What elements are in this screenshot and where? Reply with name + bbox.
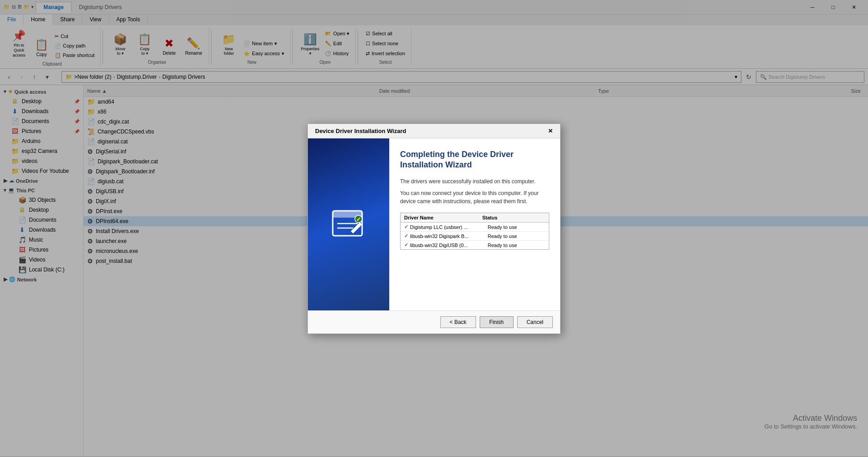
driver-row-3: ✓ libusb-win32 DigiUSB (0... Ready to us…	[401, 241, 549, 249]
scrollbar-placeholder	[538, 215, 545, 220]
finish-button[interactable]: Finish	[480, 316, 514, 328]
driver-status-2: Ready to use	[488, 233, 545, 239]
driver-name-2: libusb-win32 Digispark B...	[410, 233, 488, 239]
driver-table-header: Driver Name Status	[401, 213, 549, 223]
dialog-close-button[interactable]: ✕	[548, 128, 553, 134]
dialog-main: Completing the Device Driver Installatio…	[389, 138, 560, 310]
check-icon-2: ✓	[404, 233, 408, 239]
dialog-footer: < Back Finish Cancel	[308, 310, 560, 333]
driver-table-wrapper: Driver Name Status ✓ Digistump LLC (usbs…	[400, 213, 549, 250]
check-icon-3: ✓	[404, 242, 408, 248]
driver-col-status-header: Status	[482, 215, 538, 220]
dialog: Device Driver Installation Wizard ✕ ✓ Co…	[307, 124, 561, 334]
dialog-title-text: Device Driver Installation Wizard	[315, 128, 406, 134]
driver-table-section: Driver Name Status ✓ Digistump LLC (usbs…	[400, 213, 549, 250]
driver-status-3: Ready to use	[488, 243, 545, 248]
dialog-body1: The drivers were successfully installed …	[400, 177, 549, 186]
svg-text:✓: ✓	[356, 216, 361, 223]
dialog-overlay: Device Driver Installation Wizard ✕ ✓ Co…	[0, 0, 868, 457]
wizard-icon: ✓	[326, 202, 371, 247]
driver-status-1: Ready to use	[488, 224, 545, 230]
cancel-button[interactable]: Cancel	[517, 316, 553, 328]
check-icon-1: ✓	[404, 224, 408, 230]
driver-row-2: ✓ libusb-win32 Digispark B... Ready to u…	[401, 232, 549, 241]
driver-row-1: ✓ Digistump LLC (usbser) ... Ready to us…	[401, 223, 549, 232]
driver-name-1: Digistump LLC (usbser) ...	[410, 224, 488, 230]
dialog-body: ✓ Completing the Device Driver Installat…	[308, 138, 560, 310]
driver-col-name-header: Driver Name	[404, 215, 482, 220]
dialog-title-bar: Device Driver Installation Wizard ✕	[308, 124, 560, 138]
back-button[interactable]: < Back	[440, 316, 476, 328]
driver-name-3: libusb-win32 DigiUSB (0...	[410, 243, 488, 248]
dialog-body2: You can now connect your device to this …	[400, 189, 549, 205]
dialog-sidebar: ✓	[308, 138, 389, 310]
dialog-heading: Completing the Device Driver Installatio…	[400, 149, 549, 171]
